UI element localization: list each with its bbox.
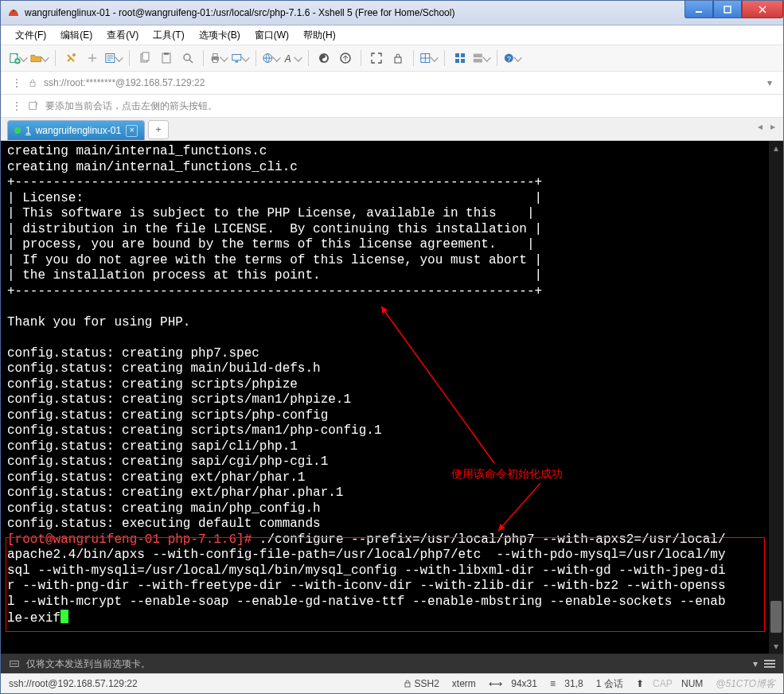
screen-button[interactable]	[231, 49, 250, 68]
find-button[interactable]	[178, 49, 197, 68]
toolbar: A ?	[1, 45, 783, 72]
script-button[interactable]	[314, 49, 333, 68]
tile2-button[interactable]	[472, 49, 491, 68]
new-session-button[interactable]	[9, 49, 28, 68]
scroll-up-icon[interactable]: ▴	[769, 141, 783, 155]
menu-tools[interactable]: 工具(T)	[146, 27, 190, 44]
tile1-button[interactable]	[451, 49, 470, 68]
status-bar: ssh://root@192.168.57.129:22 SSH2 xterm …	[1, 673, 783, 693]
svg-rect-0	[13, 10, 14, 12]
scroll-track[interactable]	[769, 155, 783, 639]
address-bar[interactable]: ⋮ ssh://root:********@192.168.57.129:22 …	[1, 72, 783, 95]
status-dot-icon	[14, 127, 21, 134]
window-buttons	[685, 1, 783, 18]
svg-rect-15	[232, 54, 241, 60]
copy-button[interactable]	[135, 49, 154, 68]
svg-text:?: ?	[507, 55, 511, 63]
minimize-button[interactable]	[685, 1, 713, 18]
broadcast-icon[interactable]	[9, 658, 20, 669]
terminal[interactable]: creating main/internal_functions.c creat…	[1, 141, 783, 653]
close-button[interactable]	[742, 1, 783, 18]
svg-rect-13	[213, 54, 217, 57]
svg-rect-14	[213, 60, 217, 63]
status-size: ⟷ 94x31	[489, 678, 537, 689]
paste-button[interactable]	[157, 49, 176, 68]
menu-tabs[interactable]: 选项卡(B)	[193, 27, 247, 44]
annotation-label: 使用该命令初始化成功	[451, 467, 563, 482]
open-button[interactable]	[30, 49, 49, 68]
tab-index: 1	[25, 125, 31, 136]
tab-prev-icon[interactable]: ◂	[758, 121, 763, 132]
annotation-overlay	[1, 141, 769, 650]
toolbar-separator	[361, 50, 361, 66]
disconnect-button[interactable]	[83, 49, 102, 68]
properties-button[interactable]	[104, 49, 123, 68]
toolbar-separator	[444, 50, 445, 66]
app-icon	[7, 6, 20, 19]
toolbar-separator	[255, 50, 256, 66]
tab-next-icon[interactable]: ▸	[770, 121, 775, 132]
new-tab-button[interactable]: +	[148, 120, 169, 139]
input-bar[interactable]: 仅将文本发送到当前选项卡。 ▾	[1, 653, 783, 673]
menu-window[interactable]: 窗口(W)	[248, 27, 295, 44]
toolbar-separator	[308, 50, 309, 66]
lock-button[interactable]	[388, 49, 408, 68]
toolbar-separator	[203, 50, 204, 66]
svg-rect-30	[30, 82, 35, 86]
menu-help[interactable]: 帮助(H)	[297, 27, 342, 44]
tab-strip: 1 wangruifenglinux-01 × + ◂ ▸	[1, 118, 783, 141]
status-caps: ⬆ CAP NUM	[636, 678, 704, 689]
reconnect-button[interactable]	[61, 49, 80, 68]
svg-rect-8	[142, 53, 149, 60]
scroll-thumb[interactable]	[770, 601, 782, 633]
tab-label: wangruifenglinux-01	[36, 125, 121, 136]
svg-rect-25	[461, 59, 465, 63]
transfer-button[interactable]	[336, 49, 355, 68]
status-sessions: 1 会话	[596, 677, 623, 691]
add-session-icon[interactable]	[28, 100, 39, 111]
address-text: ssh://root:********@192.168.57.129:22	[44, 77, 205, 88]
session-tab[interactable]: 1 wangruifenglinux-01 ×	[7, 120, 145, 140]
maximize-button[interactable]	[713, 1, 742, 18]
status-ssh: SSH2	[404, 678, 439, 689]
lock-icon	[28, 78, 37, 88]
menubar: 文件(F) 编辑(E) 查看(V) 工具(T) 选项卡(B) 窗口(W) 帮助(…	[1, 25, 783, 45]
svg-text:A: A	[284, 53, 291, 64]
hint-bar: ⋮ 要添加当前会话，点击左侧的箭头按钮。	[1, 95, 783, 118]
svg-rect-20	[395, 57, 401, 63]
svg-rect-27	[474, 59, 482, 63]
svg-rect-23	[461, 53, 465, 57]
lock-icon	[404, 680, 412, 688]
globe-button[interactable]	[262, 49, 281, 68]
svg-line-32	[381, 306, 494, 463]
menu-view[interactable]: 查看(V)	[100, 27, 145, 44]
svg-point-11	[184, 54, 190, 60]
address-dropdown-icon[interactable]: ▾	[767, 77, 772, 88]
fullscreen-button[interactable]	[367, 49, 386, 68]
svg-rect-24	[455, 59, 459, 63]
watermark: @51CTO博客	[716, 677, 775, 691]
scroll-down-icon[interactable]: ▾	[769, 639, 783, 653]
titlebar[interactable]: wangruifenglinux-01 - root@wangruifeng-0…	[1, 1, 783, 25]
toolbar-separator	[55, 50, 56, 66]
status-term: xterm	[452, 678, 476, 689]
toolbar-separator	[413, 50, 414, 66]
toolbar-separator	[497, 50, 497, 66]
scrollbar[interactable]: ▴ ▾	[769, 141, 783, 653]
grip-icon: ⋮	[12, 77, 21, 88]
input-dropdown-icon[interactable]: ▾	[753, 658, 758, 669]
tab-close-icon[interactable]: ×	[126, 125, 138, 137]
layout-button[interactable]	[419, 49, 439, 68]
font-button[interactable]: A	[283, 49, 302, 68]
menu-edit[interactable]: 编辑(E)	[54, 27, 99, 44]
svg-rect-1	[696, 11, 702, 13]
print-button[interactable]	[209, 49, 228, 68]
menu-file[interactable]: 文件(F)	[9, 27, 53, 44]
input-menu-icon[interactable]	[764, 660, 775, 668]
svg-line-33	[498, 483, 540, 531]
toolbar-separator	[129, 50, 130, 66]
status-pos: ≡ 31,8	[550, 678, 583, 689]
help-button[interactable]: ?	[503, 49, 522, 68]
hint-text: 要添加当前会话，点击左侧的箭头按钮。	[45, 99, 217, 113]
svg-rect-10	[164, 53, 169, 55]
